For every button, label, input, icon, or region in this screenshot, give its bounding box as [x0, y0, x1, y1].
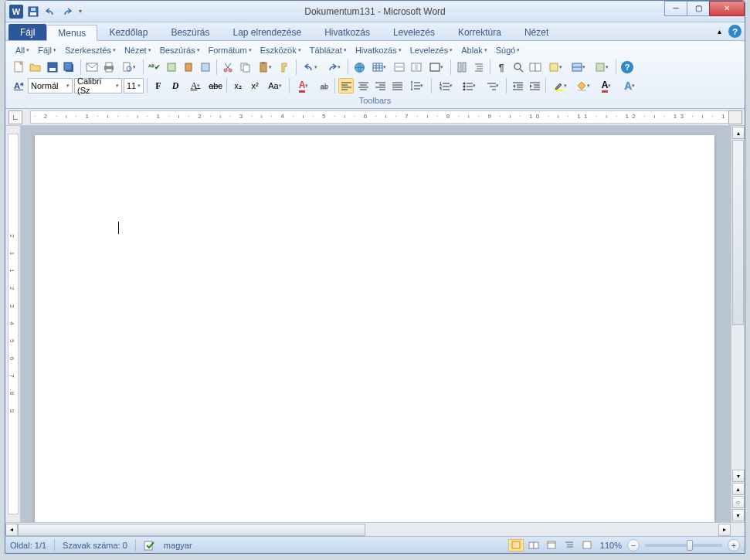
vertical-ruler[interactable]: 2 1 1 2 3 4 5 6 7 8 9 — [5, 126, 21, 522]
show-marks-icon[interactable]: ¶ — [494, 59, 509, 75]
columns-icon[interactable] — [454, 59, 470, 75]
strikethrough-button[interactable]: abc — [208, 78, 223, 93]
define-icon[interactable] — [181, 59, 196, 75]
proofing-icon[interactable] — [144, 540, 156, 551]
line-spacing-button[interactable]: ▾ — [406, 78, 428, 93]
research-icon[interactable] — [164, 59, 179, 75]
cut-icon[interactable] — [220, 59, 236, 75]
zoom-slider[interactable] — [645, 544, 722, 547]
hscroll-thumb[interactable] — [18, 524, 365, 536]
align-center-button[interactable] — [355, 78, 371, 93]
thesaurus-icon[interactable] — [198, 59, 213, 75]
vscroll-thumb[interactable] — [732, 140, 744, 325]
macros-icon[interactable]: ▾ — [545, 59, 566, 75]
align-left-button[interactable] — [338, 78, 354, 93]
tab-file[interactable]: Fájl — [8, 24, 46, 40]
menu-insert[interactable]: Beszúrás▾ — [157, 44, 203, 56]
scroll-down-button[interactable]: ▾ — [732, 470, 745, 482]
multilevel-list-button[interactable]: ▾ — [481, 78, 503, 93]
zoom-level[interactable]: 110% — [600, 541, 622, 550]
app-icon[interactable]: W — [8, 4, 24, 19]
tab-pagelayout[interactable]: Lap elrendezése — [221, 24, 313, 40]
redo-button[interactable]: ▾ — [323, 59, 344, 75]
help-icon[interactable]: ? — [728, 25, 742, 38]
menu-edit[interactable]: Szerkesztés▾ — [62, 44, 119, 56]
saveall-icon[interactable] — [62, 59, 77, 75]
new-icon[interactable] — [11, 59, 26, 75]
status-page[interactable]: Oldal: 1/1 — [10, 541, 46, 550]
page-viewport[interactable] — [21, 126, 731, 522]
redo-icon[interactable] — [59, 4, 75, 19]
subscript-button[interactable]: x₂ — [230, 78, 246, 93]
close-button[interactable]: ✕ — [709, 1, 745, 16]
character-shading-button[interactable]: ab — [316, 78, 331, 93]
print-icon[interactable] — [101, 59, 117, 75]
document-page[interactable] — [35, 135, 714, 522]
font-combo[interactable]: Calibri (Sz▾ — [74, 78, 122, 93]
tab-view[interactable]: Nézet — [513, 24, 560, 40]
qat-customize-icon[interactable]: ▾ — [76, 4, 84, 19]
menu-mailings[interactable]: Levelezés▾ — [407, 44, 456, 56]
horizontal-ruler[interactable]: · 2 · ı · 1 · ı · · ı · 1 · ı · 2 · ı · … — [30, 110, 729, 124]
status-language[interactable]: magyar — [164, 541, 192, 550]
copy-icon[interactable] — [237, 59, 253, 75]
spellcheck-icon[interactable]: ᴬᴮ✔ — [147, 59, 162, 75]
bullets-button[interactable]: ▾ — [458, 78, 480, 93]
open-icon[interactable] — [28, 59, 43, 75]
menu-references[interactable]: Hivatkozás▾ — [352, 44, 405, 56]
shading-button[interactable]: ▾ — [572, 78, 594, 93]
superscript-button[interactable]: x² — [247, 78, 263, 93]
toolbar-help-icon[interactable]: ? — [619, 59, 635, 75]
horizontal-scrollbar[interactable]: ◂ ▸ — [5, 522, 745, 536]
zoom-out-button[interactable]: − — [627, 539, 640, 552]
tab-mailings[interactable]: Levelezés — [382, 24, 446, 40]
scroll-up-button[interactable]: ▴ — [732, 127, 745, 139]
browse-object-button[interactable]: ○ — [732, 496, 745, 508]
row-icon[interactable] — [392, 59, 407, 75]
web-layout-view-button[interactable] — [544, 539, 559, 552]
print-preview-icon[interactable]: ▾ — [118, 59, 140, 75]
tab-review[interactable]: Korrektúra — [446, 24, 513, 40]
outline-view-button[interactable] — [562, 539, 577, 552]
ruler-options-icon[interactable] — [728, 110, 742, 124]
highlight-color-button[interactable]: ▾ — [549, 78, 571, 93]
zoom-dialog-icon[interactable] — [511, 59, 526, 75]
menu-window[interactable]: Ablak▾ — [458, 44, 490, 56]
align-right-button[interactable] — [372, 78, 388, 93]
font-color-2-button[interactable]: A▾ — [596, 78, 617, 93]
font-color-button[interactable]: A▾ — [293, 78, 314, 93]
draft-view-button[interactable] — [579, 539, 595, 552]
next-page-button[interactable]: ▼ — [732, 509, 745, 521]
prev-page-button[interactable]: ▲ — [732, 483, 745, 495]
toc-icon[interactable] — [471, 59, 487, 75]
zoom-slider-thumb[interactable] — [687, 540, 693, 551]
change-case-button[interactable]: Aa▾ — [264, 78, 286, 93]
menu-all[interactable]: All▾ — [12, 44, 32, 56]
style-combo[interactable]: Normál▾ — [28, 78, 73, 93]
underline-button[interactable]: A▾ — [185, 78, 206, 93]
tab-selector[interactable]: ∟ — [8, 110, 22, 124]
border-icon[interactable]: ▾ — [426, 59, 447, 75]
styles-pane-icon[interactable]: A⁴ — [11, 78, 26, 93]
scroll-left-button[interactable]: ◂ — [5, 524, 18, 536]
paste-icon[interactable]: ▾ — [254, 59, 276, 75]
numbering-button[interactable]: 123▾ — [435, 78, 456, 93]
undo-icon[interactable] — [42, 4, 58, 19]
justify-button[interactable] — [389, 78, 405, 93]
undo-button[interactable]: ▾ — [300, 59, 321, 75]
reading-view-icon[interactable] — [528, 59, 543, 75]
menu-file[interactable]: Fájl▾ — [35, 44, 59, 56]
menu-table[interactable]: Táblázat▾ — [307, 44, 350, 56]
fontsize-combo[interactable]: 11▾ — [124, 78, 144, 93]
save-icon[interactable] — [25, 4, 41, 19]
minimize-button[interactable]: ─ — [664, 1, 687, 16]
hscroll-track[interactable] — [18, 524, 718, 536]
table-icon[interactable]: ▾ — [368, 59, 390, 75]
bold-button[interactable]: F — [151, 78, 166, 93]
tab-menus[interactable]: Menus — [46, 25, 97, 41]
save-icon[interactable] — [45, 59, 60, 75]
text-effects-button[interactable]: A▾ — [619, 78, 640, 93]
tab-insert[interactable]: Beszúrás — [159, 24, 221, 40]
fullscreen-view-button[interactable] — [526, 539, 541, 552]
increase-indent-button[interactable] — [527, 78, 542, 93]
